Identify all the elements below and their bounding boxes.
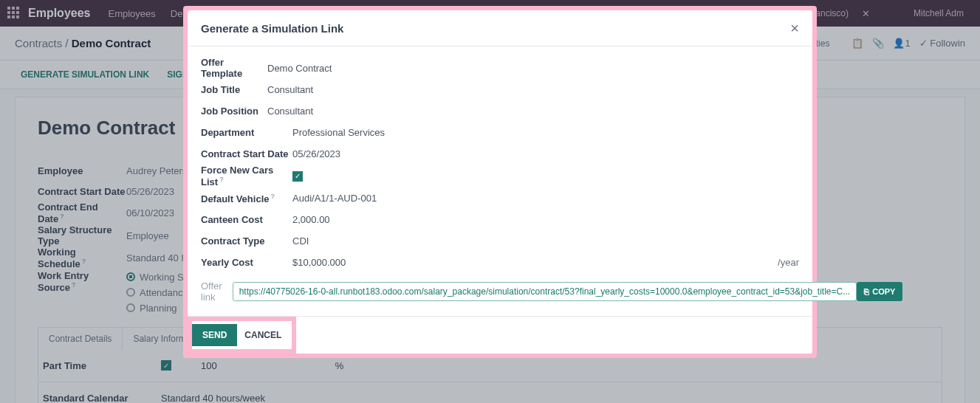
modal-highlight-wrap: Generate a Simulation Link × Offer Templ… — [183, 6, 817, 358]
canteen-label: Canteen Cost — [201, 214, 292, 225]
m-start-date-label: Contract Start Date — [201, 148, 292, 159]
cancel-button[interactable]: CANCEL — [237, 324, 289, 346]
job-title-label: Job Title — [201, 84, 267, 95]
default-vehicle-value[interactable]: Audi/A1/1-AUD-001 — [292, 193, 377, 204]
department-label: Department — [201, 127, 292, 138]
force-cars-label: Force New Cars List? — [201, 165, 292, 187]
contract-type-label: Contract Type — [201, 235, 292, 247]
canteen-value[interactable]: 2,000.00 — [292, 214, 330, 225]
close-icon[interactable]: × — [790, 21, 799, 35]
job-position-value[interactable]: Consultant — [267, 106, 313, 117]
offer-template-label: Offer Template — [201, 57, 267, 79]
offer-link-input[interactable]: https://40775026-16-0-all.runbot183.odoo… — [233, 282, 857, 301]
contract-type-value[interactable]: CDI — [292, 235, 309, 247]
offer-template-value[interactable]: Demo Contract — [267, 63, 332, 74]
copy-icon: ⎘ — [864, 287, 869, 296]
send-button[interactable]: SEND — [192, 324, 237, 346]
copy-button[interactable]: ⎘COPY — [857, 282, 902, 301]
force-cars-checkbox[interactable]: ✓ — [292, 171, 303, 182]
yearly-cost-value[interactable]: $10,000.000 — [292, 257, 346, 268]
job-position-label: Job Position — [201, 106, 267, 117]
job-title-value[interactable]: Consultant — [267, 84, 313, 95]
modal: Generate a Simulation Link × Offer Templ… — [188, 10, 812, 354]
yearly-cost-label: Yearly Cost — [201, 257, 292, 268]
modal-title: Generate a Simulation Link — [201, 22, 343, 35]
offer-link-label: Offer link — [201, 280, 222, 303]
department-value[interactable]: Professional Services — [292, 127, 385, 138]
yearly-unit: /year — [778, 257, 799, 268]
default-vehicle-label: Default Vehicle? — [201, 193, 292, 204]
m-start-date-value[interactable]: 05/26/2023 — [292, 148, 340, 159]
